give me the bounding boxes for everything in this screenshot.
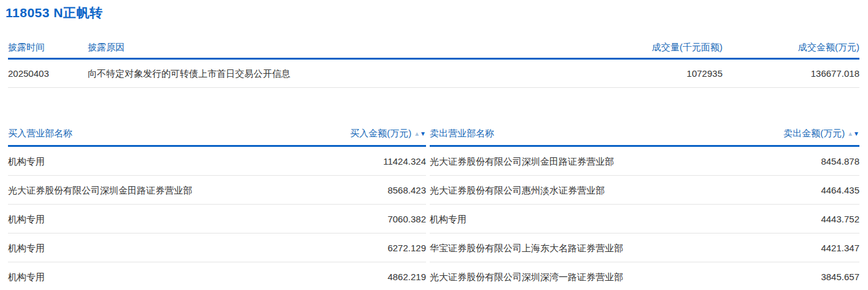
disclosure-reason-cell: 向不特定对象发行的可转债上市首日交易公开信息 bbox=[88, 60, 569, 87]
col-header-disclosure-date: 披露时间 bbox=[8, 35, 88, 58]
buy-table-header: 买入营业部名称 买入金额(万元) ▲▼ bbox=[8, 122, 426, 147]
buy-branch-name: 机构专用 bbox=[8, 205, 45, 233]
sell-table-row: 光大证券股份有限公司深圳金田路证券营业部 8454.878 bbox=[430, 147, 859, 176]
sort-desc-icon[interactable]: ▼ bbox=[420, 130, 426, 137]
page-title: 118053 N正帆转 bbox=[6, 5, 859, 21]
buy-branch-amount: 4862.219 bbox=[387, 262, 426, 290]
sell-branch-name: 华宝证券股份有限公司上海东大名路证券营业部 bbox=[430, 233, 623, 262]
buy-table-row: 光大证券股份有限公司深圳金田路证券营业部 8568.423 bbox=[8, 176, 426, 205]
page: 118053 N正帆转 披露时间 披露原因 成交量(千元面额) 成交金额(万元)… bbox=[0, 0, 868, 290]
broker-section: 买入营业部名称 买入金额(万元) ▲▼ 机构专用 11424.324 光大证券股… bbox=[8, 122, 859, 290]
col-header-sell-branch-name: 卖出营业部名称 bbox=[430, 128, 494, 139]
buy-table-row: 机构专用 4862.219 bbox=[8, 262, 426, 290]
amount-cell: 136677.018 bbox=[723, 60, 859, 87]
sort-arrows: ▲▼ bbox=[847, 131, 859, 137]
disclosure-date-cell: 20250403 bbox=[8, 60, 88, 87]
col-header-buy-amount-sort[interactable]: 买入金额(万元) ▲▼ bbox=[350, 128, 426, 139]
disclosure-table-row: 20250403 向不特定对象发行的可转债上市首日交易公开信息 1072935 … bbox=[8, 60, 859, 88]
sort-arrows: ▲▼ bbox=[414, 131, 426, 137]
sort-desc-icon[interactable]: ▼ bbox=[853, 130, 859, 137]
col-header-sell-amount-label: 卖出金额(万元) bbox=[783, 128, 845, 139]
disclosure-table: 披露时间 披露原因 成交量(千元面额) 成交金额(万元) 20250403 向不… bbox=[8, 35, 859, 88]
sort-asc-icon[interactable]: ▲ bbox=[414, 130, 420, 137]
buy-table: 买入营业部名称 买入金额(万元) ▲▼ 机构专用 11424.324 光大证券股… bbox=[8, 122, 426, 290]
sell-table-header: 卖出营业部名称 卖出金额(万元) ▲▼ bbox=[430, 122, 859, 147]
sell-table-row: 光大证券股份有限公司惠州淡水证券营业部 4464.435 bbox=[430, 176, 859, 205]
buy-table-row: 机构专用 11424.324 bbox=[8, 147, 426, 176]
col-header-buy-amount-label: 买入金额(万元) bbox=[350, 128, 411, 139]
buy-branch-name: 机构专用 bbox=[8, 233, 45, 262]
col-header-volume: 成交量(千元面额) bbox=[569, 35, 723, 58]
buy-branch-name: 机构专用 bbox=[8, 147, 45, 175]
col-header-sell-amount-sort[interactable]: 卖出金额(万元) ▲▼ bbox=[783, 128, 859, 139]
buy-branch-name: 光大证券股份有限公司深圳金田路证券营业部 bbox=[8, 176, 192, 204]
disclosure-table-header: 披露时间 披露原因 成交量(千元面额) 成交金额(万元) bbox=[8, 35, 859, 60]
sell-table: 卖出营业部名称 卖出金额(万元) ▲▼ 光大证券股份有限公司深圳金田路证券营业部… bbox=[430, 122, 859, 290]
buy-branch-amount: 7060.382 bbox=[387, 205, 426, 233]
sell-branch-amount: 4421.347 bbox=[821, 233, 859, 262]
sell-branch-amount: 4464.435 bbox=[821, 176, 859, 204]
sell-branch-amount: 3845.657 bbox=[821, 262, 859, 290]
volume-cell: 1072935 bbox=[569, 60, 723, 87]
sell-branch-name: 光大证券股份有限公司惠州淡水证券营业部 bbox=[430, 176, 605, 204]
sell-table-row: 机构专用 4443.752 bbox=[430, 205, 859, 233]
sell-branch-amount: 4443.752 bbox=[821, 205, 859, 233]
buy-branch-amount: 8568.423 bbox=[387, 176, 426, 204]
sort-asc-icon[interactable]: ▲ bbox=[847, 130, 853, 137]
buy-branch-amount: 11424.324 bbox=[383, 147, 426, 175]
sell-branch-amount: 8454.878 bbox=[821, 147, 859, 175]
sell-table-row: 华宝证券股份有限公司上海东大名路证券营业部 4421.347 bbox=[430, 233, 859, 262]
sell-table-row: 光大证券股份有限公司深圳深湾一路证券营业部 3845.657 bbox=[430, 262, 859, 290]
sell-branch-name: 光大证券股份有限公司深圳金田路证券营业部 bbox=[430, 147, 614, 175]
buy-branch-amount: 6272.129 bbox=[387, 233, 426, 262]
col-header-buy-branch-name: 买入营业部名称 bbox=[8, 128, 72, 139]
buy-branch-name: 机构专用 bbox=[8, 262, 45, 290]
sell-branch-name: 机构专用 bbox=[430, 205, 467, 233]
col-header-disclosure-reason: 披露原因 bbox=[88, 35, 569, 58]
sell-branch-name: 光大证券股份有限公司深圳深湾一路证券营业部 bbox=[430, 262, 623, 290]
col-header-amount: 成交金额(万元) bbox=[723, 35, 859, 58]
buy-table-row: 机构专用 7060.382 bbox=[8, 205, 426, 233]
buy-table-row: 机构专用 6272.129 bbox=[8, 233, 426, 262]
